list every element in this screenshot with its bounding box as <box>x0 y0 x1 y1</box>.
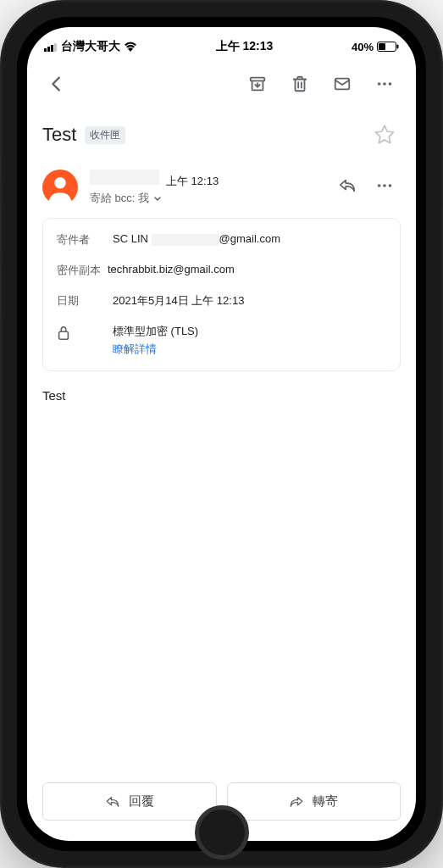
sender-time: 上午 12:13 <box>166 174 219 189</box>
reply-icon <box>105 794 120 810</box>
detail-security: 標準型加密 (TLS) 瞭解詳情 <box>57 324 386 357</box>
message-more-button[interactable] <box>368 170 401 202</box>
date-label: 日期 <box>57 293 101 309</box>
from-value: SC LIN @gmail.com <box>113 232 386 246</box>
svg-rect-5 <box>379 43 385 50</box>
email-body: Test <box>27 388 416 769</box>
star-button[interactable] <box>368 119 401 151</box>
status-time: 上午 12:13 <box>216 39 274 54</box>
subject-row: Test 收件匣 <box>27 108 416 166</box>
archive-button[interactable] <box>240 68 275 100</box>
from-redacted <box>152 234 219 246</box>
svg-point-10 <box>383 82 386 86</box>
mark-unread-button[interactable] <box>324 68 360 100</box>
bcc-value: techrabbit.biz@gmail.com <box>108 263 386 275</box>
home-button[interactable] <box>195 805 249 860</box>
status-bar: 台灣大哥大 上午 12:13 40% <box>27 27 416 59</box>
detail-date: 日期 2021年5月14日 上午 12:13 <box>57 293 386 309</box>
svg-point-12 <box>54 177 66 189</box>
wifi-icon <box>124 42 137 52</box>
forward-button[interactable]: 轉寄 <box>227 782 401 821</box>
from-label: 寄件者 <box>57 232 101 248</box>
sender-row: 上午 12:13 寄給 bcc: 我 <box>27 166 416 218</box>
detail-bcc: 密件副本 techrabbit.biz@gmail.com <box>57 263 386 278</box>
back-button[interactable] <box>41 68 73 100</box>
screen: 台灣大哥大 上午 12:13 40% <box>27 27 416 841</box>
svg-rect-2 <box>51 45 53 52</box>
svg-rect-16 <box>59 331 69 339</box>
reply-button[interactable]: 回覆 <box>42 782 217 821</box>
from-name: SC LIN <box>113 232 148 245</box>
detail-from: 寄件者 SC LIN @gmail.com <box>57 232 386 248</box>
reply-label: 回覆 <box>129 793 154 810</box>
svg-rect-0 <box>44 48 47 52</box>
svg-point-15 <box>389 184 392 187</box>
battery-pct-label: 40% <box>352 41 374 53</box>
sender-name-redacted <box>90 170 159 185</box>
forward-icon <box>289 794 304 810</box>
bcc-label: 密件副本 <box>57 263 101 278</box>
svg-point-9 <box>378 82 381 86</box>
svg-point-11 <box>389 82 392 86</box>
avatar[interactable] <box>42 170 78 205</box>
svg-rect-1 <box>47 47 50 52</box>
from-domain: @gmail.com <box>219 232 280 245</box>
status-left: 台灣大哥大 <box>44 39 137 54</box>
security-text: 標準型加密 (TLS) <box>113 324 198 339</box>
chevron-down-icon <box>152 193 163 203</box>
subject-text: Test <box>42 124 76 146</box>
status-right: 40% <box>352 41 399 53</box>
battery-icon <box>377 42 399 52</box>
sender-actions <box>331 170 401 202</box>
mute-switch <box>0 153 1 182</box>
carrier-label: 台灣大哥大 <box>61 39 120 54</box>
svg-rect-3 <box>54 43 57 52</box>
label-chip[interactable]: 收件匣 <box>85 126 125 144</box>
recipient-label: 寄給 bcc: 我 <box>90 191 149 206</box>
app-bar <box>27 59 416 108</box>
volume-down <box>0 267 1 318</box>
svg-point-13 <box>378 184 381 187</box>
more-button[interactable] <box>367 68 402 100</box>
delete-button[interactable] <box>282 68 318 100</box>
date-value: 2021年5月14日 上午 12:13 <box>113 293 386 309</box>
lock-icon <box>57 324 101 341</box>
phone-frame: 台灣大哥大 上午 12:13 40% <box>0 0 443 868</box>
recipient-toggle[interactable]: 寄給 bcc: 我 <box>90 191 319 206</box>
security-link[interactable]: 瞭解詳情 <box>113 342 198 357</box>
volume-up <box>0 203 1 254</box>
svg-rect-6 <box>396 45 398 49</box>
forward-label: 轉寄 <box>313 793 338 810</box>
reply-icon-button[interactable] <box>331 170 363 202</box>
sender-info: 上午 12:13 寄給 bcc: 我 <box>90 170 319 206</box>
svg-point-14 <box>383 184 386 187</box>
svg-rect-7 <box>251 78 265 81</box>
signal-icon <box>44 42 58 52</box>
details-card: 寄件者 SC LIN @gmail.com 密件副本 techrabbit.bi… <box>42 218 401 371</box>
